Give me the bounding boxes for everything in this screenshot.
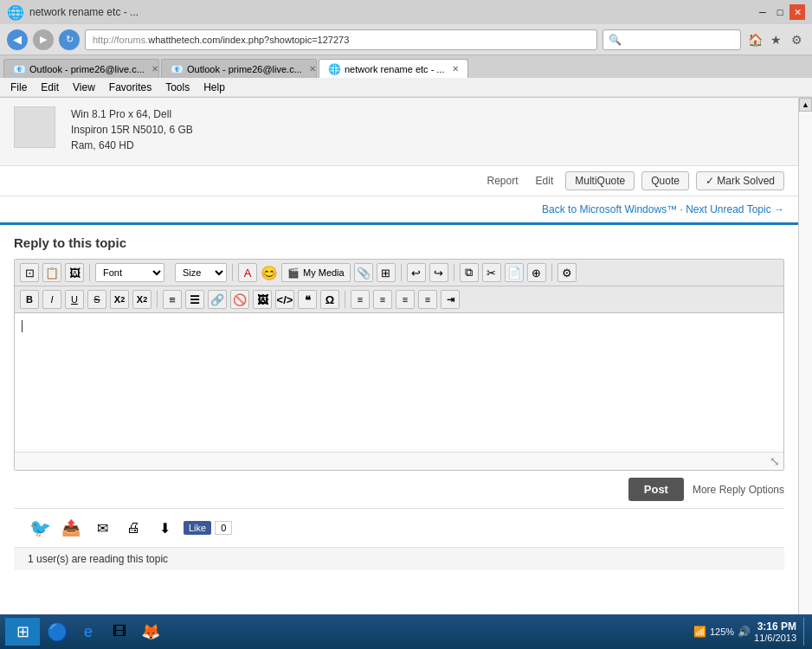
emoji-button[interactable]: 😊 (261, 265, 278, 281)
gear-icon[interactable]: ⚙ (788, 31, 805, 48)
page-content: Win 8.1 Pro x 64, Dell Inspiron 15R N501… (0, 98, 812, 649)
tray-show-desktop[interactable] (803, 618, 807, 646)
clock-date: 11/6/2013 (754, 633, 796, 643)
special-char-button[interactable]: Ω (320, 290, 339, 309)
right-scrollbar[interactable]: ▲ ▼ (798, 98, 812, 649)
multiquote-button[interactable]: MultiQuote (565, 171, 635, 190)
quote-button[interactable]: Quote (641, 171, 689, 190)
taskbar-firefox-icon[interactable]: 🦊 (137, 618, 164, 646)
post-btn-area: Post More Reply Options (14, 471, 784, 508)
menu-edit[interactable]: Edit (34, 80, 66, 95)
restore-button[interactable]: □ (772, 4, 788, 20)
print-icon[interactable]: 🖨 (121, 516, 145, 540)
share-icon[interactable]: 📤 (59, 516, 83, 540)
download-icon[interactable]: ⬇ (152, 516, 177, 540)
bold-button[interactable]: B (20, 290, 39, 309)
insert-special-icon[interactable]: ⊕ (527, 263, 546, 282)
tab-network-close[interactable]: ✕ (452, 64, 459, 74)
tab-outlook1[interactable]: 📧 Outlook - prime26@live.c... ✕ (3, 59, 159, 78)
tab-outlook2-icon: 📧 (171, 63, 184, 75)
scroll-up-button[interactable]: ▲ (799, 98, 812, 112)
browser-chrome: 🌐 network rename etc - ... ─ □ ✕ ◀ ▶ ↻ h… (0, 0, 812, 98)
link-button[interactable]: 🔗 (208, 290, 227, 309)
italic-button[interactable]: I (42, 290, 61, 309)
code-button[interactable]: </> (275, 290, 294, 309)
window-controls: ─ □ ✕ (755, 4, 805, 20)
forward-button[interactable]: ▶ (33, 29, 54, 50)
taskbar-ie-icon[interactable]: 🔵 (43, 618, 71, 646)
redo-icon[interactable]: ↪ (429, 263, 448, 282)
indent-button[interactable]: ⇥ (441, 290, 460, 309)
system-tray: 📶 125% 🔊 3:16 PM 11/6/2013 (693, 618, 807, 646)
menu-favorites[interactable]: Favorites (102, 80, 158, 95)
size-select[interactable]: Size (175, 263, 227, 282)
image-insert-button[interactable]: 🖼 (253, 290, 272, 309)
menu-tools[interactable]: Tools (158, 80, 197, 95)
close-button[interactable]: ✕ (789, 4, 805, 20)
align-center-button[interactable]: ≡ (373, 290, 392, 309)
ordered-list-button[interactable]: ≡ (163, 290, 182, 309)
insert-icon[interactable]: ⊞ (377, 263, 396, 282)
post-text: Win 8.1 Pro x 64, Dell Inspiron 15R N501… (71, 106, 193, 157)
toolbar-source-icon[interactable]: ⊡ (20, 263, 39, 282)
unlink-button[interactable]: 🚫 (230, 290, 249, 309)
email-share-icon[interactable]: ✉ (90, 516, 114, 540)
my-media-button[interactable]: 🎬 My Media (281, 263, 351, 282)
like-box: Like 0 (184, 521, 232, 535)
align-justify-button[interactable]: ≡ (418, 290, 437, 309)
menu-help[interactable]: Help (197, 80, 232, 95)
tab-outlook2[interactable]: 📧 Outlook - prime26@live.c... ✕ (161, 59, 317, 78)
my-media-label: My Media (303, 267, 345, 278)
editor-body-area[interactable] (15, 313, 783, 452)
url-scheme: http://forums. (93, 35, 148, 45)
align-left-button[interactable]: ≡ (351, 290, 370, 309)
taskbar-film-icon[interactable]: 🎞 (106, 618, 133, 646)
resize-handle[interactable]: ⤡ (15, 452, 783, 470)
attach-icon[interactable]: 📎 (354, 263, 373, 282)
more-reply-options-link[interactable]: More Reply Options (693, 484, 784, 496)
blockquote-button[interactable]: ❝ (298, 290, 317, 309)
start-button[interactable]: ⊞ (5, 618, 40, 646)
tab-outlook1-close[interactable]: ✕ (151, 64, 158, 74)
copy-icon[interactable]: ⧉ (460, 263, 479, 282)
menu-view[interactable]: View (66, 80, 102, 95)
unordered-list-button[interactable]: ☰ (185, 290, 204, 309)
font-color-icon[interactable]: A (238, 263, 257, 282)
twitter-icon[interactable]: 🐦 (28, 516, 52, 540)
font-select[interactable]: Font (95, 263, 164, 282)
subscript-button[interactable]: X2 (110, 290, 129, 309)
underline-button[interactable]: U (65, 290, 84, 309)
home-icon[interactable]: 🏠 (746, 31, 764, 48)
back-button[interactable]: ◀ (7, 29, 28, 50)
undo-icon[interactable]: ↩ (407, 263, 426, 282)
refresh-button[interactable]: ↻ (59, 29, 80, 50)
post-button[interactable]: Post (628, 478, 684, 501)
paste-format-icon[interactable]: 📄 (505, 263, 524, 282)
separator5 (551, 264, 552, 281)
search-bar[interactable]: 🔍 (603, 29, 741, 50)
next-unread-link[interactable]: Next Unread Topic → (686, 203, 784, 215)
edit-button[interactable]: Edit (531, 173, 559, 189)
settings-icon[interactable]: ⚙ (557, 263, 577, 282)
align-right-button[interactable]: ≡ (396, 290, 415, 309)
toolbar-image-icon[interactable]: 🖼 (65, 263, 84, 282)
tab-outlook2-close[interactable]: ✕ (309, 64, 316, 74)
toolbar-paste-icon[interactable]: 📋 (42, 263, 61, 282)
mark-solved-button[interactable]: ✓ Mark Solved (696, 171, 784, 190)
separator7 (345, 291, 345, 308)
strikethrough-button[interactable]: S (87, 290, 106, 309)
taskbar-ie-logo[interactable]: e (74, 618, 102, 646)
star-icon[interactable]: ★ (767, 31, 784, 48)
cut-icon[interactable]: ✂ (482, 263, 501, 282)
editor-body[interactable] (15, 313, 783, 452)
menu-file[interactable]: File (3, 80, 34, 95)
facebook-like-button[interactable]: Like (184, 521, 211, 535)
tab-network[interactable]: 🌐 network rename etc - ... ✕ (319, 59, 468, 78)
superscript-button[interactable]: X2 (132, 290, 151, 309)
report-button[interactable]: Report (482, 173, 524, 189)
minimize-button[interactable]: ─ (755, 4, 770, 20)
scroll-track[interactable] (799, 112, 812, 636)
address-bar[interactable]: http://forums.whatthetech.com/index.php?… (85, 29, 597, 50)
like-count: 0 (215, 521, 232, 535)
back-to-section-link[interactable]: Back to Microsoft Windows™ (542, 203, 677, 215)
